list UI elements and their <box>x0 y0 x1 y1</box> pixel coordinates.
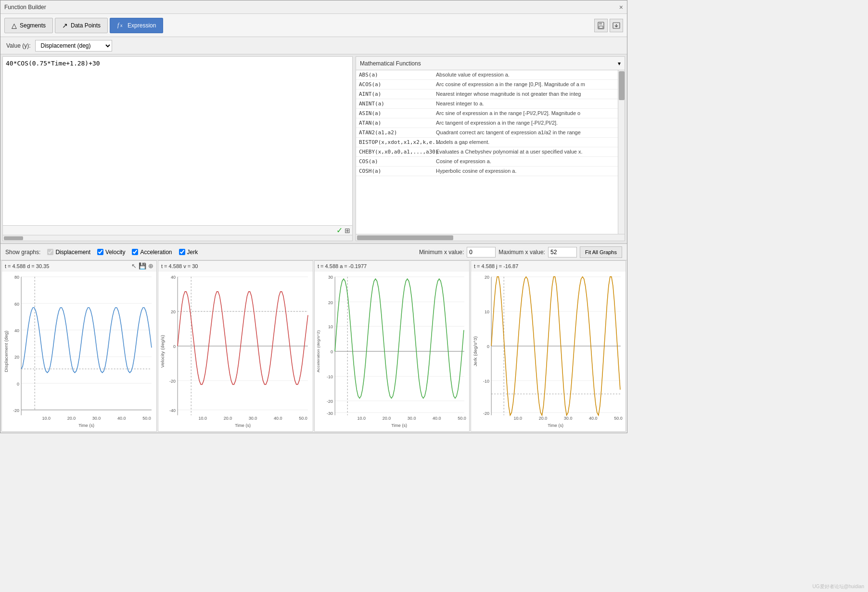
svg-text:40: 40 <box>14 328 19 334</box>
svg-text:40.0: 40.0 <box>433 415 441 421</box>
expression-hscroll[interactable] <box>3 235 352 241</box>
tab-segments[interactable]: △ Segments <box>4 18 53 33</box>
toolbar: △ Segments ↗ Data Points f x Expression <box>0 14 627 37</box>
svg-text:20.0: 20.0 <box>224 415 232 421</box>
acceleration-label: Acceleration <box>140 249 172 256</box>
close-button[interactable]: × <box>619 3 623 11</box>
math-list-item[interactable]: ACOS(a)Arc cosine of expression a in the… <box>356 80 618 90</box>
checkbox-displacement[interactable]: Displacement <box>47 249 90 256</box>
svg-text:-20: -20 <box>483 410 489 416</box>
math-func-desc: Models a gap element. <box>436 139 615 145</box>
math-func-name: ATAN2(a1,a2) <box>359 129 436 136</box>
displacement-label: Displacement <box>55 249 90 256</box>
svg-text:30.0: 30.0 <box>564 415 573 421</box>
check-icon[interactable]: ✓ <box>336 226 343 235</box>
min-max-area: Minimum x value: Maximum x value: Fit Al… <box>419 246 622 258</box>
tab-expression[interactable]: f x Expression <box>110 18 163 33</box>
zoom-icon[interactable]: ⊕ <box>148 262 153 270</box>
cursor-icon[interactable]: ↖ <box>131 262 137 270</box>
main-window: Function Builder × △ Segments ↗ Data Poi… <box>0 0 627 433</box>
svg-text:0: 0 <box>487 344 489 349</box>
graphs-toolbar: Show graphs: Displacement Velocity Accel… <box>0 244 627 260</box>
math-list-item[interactable]: ASIN(a)Arc sine of expression a in the r… <box>356 109 618 118</box>
math-list-item[interactable]: COSH(a)Hyperbolic cosine of expression a… <box>356 167 618 176</box>
checkbox-velocity[interactable]: Velocity <box>97 249 125 256</box>
svg-text:-40: -40 <box>169 408 176 413</box>
math-func-name: ATAN(a) <box>359 120 436 126</box>
math-list-item[interactable]: CHEBY(x,x0,a0,a1,...,a30)Evaluates a Che… <box>356 147 618 157</box>
math-list-item[interactable]: AINT(a)Nearest integer whose magnitude i… <box>356 90 618 99</box>
math-func-desc: Absolute value of expression a. <box>436 72 615 78</box>
svg-text:-20: -20 <box>13 408 19 413</box>
math-func-name: BISTOP(x,xdot,x1,x2,k,e... <box>359 139 436 145</box>
svg-text:-20: -20 <box>327 399 333 404</box>
svg-text:Jerk (deg/s^3): Jerk (deg/s^3) <box>472 336 477 367</box>
checkbox-acceleration[interactable]: Acceleration <box>132 249 172 256</box>
math-list-item[interactable]: COS(a)Cosine of expression a. <box>356 157 618 167</box>
math-panel: Mathematical Functions ▾ ABS(a)Absolute … <box>356 56 625 241</box>
svg-text:50.0: 50.0 <box>142 415 151 421</box>
math-list-item[interactable]: ATAN(a)Arc tangent of expression a in th… <box>356 118 618 128</box>
fit-all-graphs-button[interactable]: Fit All Graphs <box>580 246 622 258</box>
math-list-item[interactable]: ANINT(a)Nearest integer to a. <box>356 99 618 109</box>
svg-text:40.0: 40.0 <box>274 415 282 421</box>
save-icon-button[interactable] <box>594 19 608 32</box>
math-chevron-icon[interactable]: ▾ <box>618 60 621 67</box>
svg-text:-30: -30 <box>327 410 333 416</box>
export-icon-button[interactable] <box>610 19 623 32</box>
jerk-label: Jerk <box>187 249 198 256</box>
math-func-desc: Arc cosine of expression a in the range … <box>436 81 615 88</box>
expression-bottom-bar: ✓ ⊞ <box>3 225 352 235</box>
tab-expression-label: Expression <box>128 22 156 29</box>
window-title: Function Builder <box>4 4 46 11</box>
svg-text:-10: -10 <box>327 374 333 380</box>
math-scrollbar[interactable] <box>618 70 625 234</box>
save-graph-icon[interactable]: 💾 <box>139 262 146 270</box>
graph-displacement-icons: ↖ 💾 ⊕ <box>131 262 153 270</box>
math-list-item[interactable]: ATAN2(a1,a2)Quadrant correct arc tangent… <box>356 128 618 138</box>
svg-text:Displacement (deg): Displacement (deg) <box>3 331 8 372</box>
svg-text:Time (s): Time (s) <box>548 423 563 428</box>
math-func-desc: Nearest integer to a. <box>436 101 615 107</box>
max-x-input[interactable] <box>548 247 577 257</box>
svg-text:20.0: 20.0 <box>383 415 391 421</box>
graph-velocity: t = 4.588 v = 30 Velocity (deg/s) <box>158 260 313 432</box>
tab-datapoints[interactable]: ↗ Data Points <box>55 18 108 33</box>
graph-jerk-header: t = 4.588 j = -16.87 <box>471 261 625 271</box>
expression-input[interactable]: 40*COS(0.75*Time+1.28)+30 <box>3 57 352 225</box>
min-x-input[interactable] <box>467 247 496 257</box>
velocity-label: Velocity <box>105 249 125 256</box>
title-bar: Function Builder × <box>0 0 627 14</box>
graph-velocity-body: Velocity (deg/s) 40 20 0 <box>158 271 313 431</box>
math-hscroll[interactable] <box>356 234 625 241</box>
svg-text:Time (s): Time (s) <box>235 423 251 428</box>
svg-text:30: 30 <box>328 274 333 280</box>
svg-text:30.0: 30.0 <box>92 415 101 421</box>
svg-text:50.0: 50.0 <box>614 415 623 421</box>
svg-text:40.0: 40.0 <box>117 415 126 421</box>
value-select[interactable]: Displacement (deg) Velocity (deg/s) Acce… <box>35 40 112 51</box>
graph-jerk: t = 4.588 j = -16.87 Jerk (deg/s^3) <box>471 260 626 432</box>
svg-text:Velocity (deg/s): Velocity (deg/s) <box>160 335 165 368</box>
graph-acceleration: t = 4.588 a = -0.1977 Acceleration (deg/… <box>314 260 470 432</box>
math-list-item[interactable]: ABS(a)Absolute value of expression a. <box>356 70 618 80</box>
math-func-name: ASIN(a) <box>359 110 436 116</box>
svg-text:10.0: 10.0 <box>357 415 366 421</box>
checkbox-jerk[interactable]: Jerk <box>179 249 198 256</box>
svg-text:-10: -10 <box>483 378 489 384</box>
svg-text:20.0: 20.0 <box>67 415 76 421</box>
svg-text:x: x <box>120 23 123 28</box>
svg-text:10.0: 10.0 <box>514 415 523 421</box>
svg-text:10.0: 10.0 <box>42 415 51 421</box>
expand-icon[interactable]: ⊞ <box>345 227 350 234</box>
svg-text:80: 80 <box>14 274 19 280</box>
math-func-desc: Evaluates a Chebyshev polynomial at a us… <box>436 149 615 155</box>
math-list-item[interactable]: BISTOP(x,xdot,x1,x2,k,e...Models a gap e… <box>356 138 618 147</box>
svg-text:f: f <box>117 22 120 28</box>
svg-text:30.0: 30.0 <box>408 415 416 421</box>
svg-text:40.0: 40.0 <box>589 415 598 421</box>
expression-panel: 40*COS(0.75*Time+1.28)+30 ✓ ⊞ <box>2 56 353 241</box>
svg-text:20: 20 <box>14 354 19 360</box>
math-list[interactable]: ABS(a)Absolute value of expression a.ACO… <box>356 70 618 234</box>
svg-text:50.0: 50.0 <box>458 415 466 421</box>
